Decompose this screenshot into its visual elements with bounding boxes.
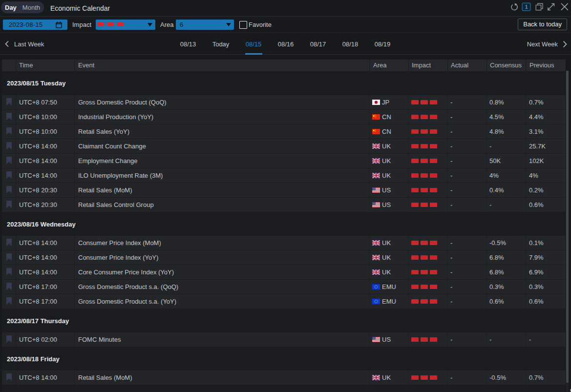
- svg-text:1: 1: [525, 4, 528, 10]
